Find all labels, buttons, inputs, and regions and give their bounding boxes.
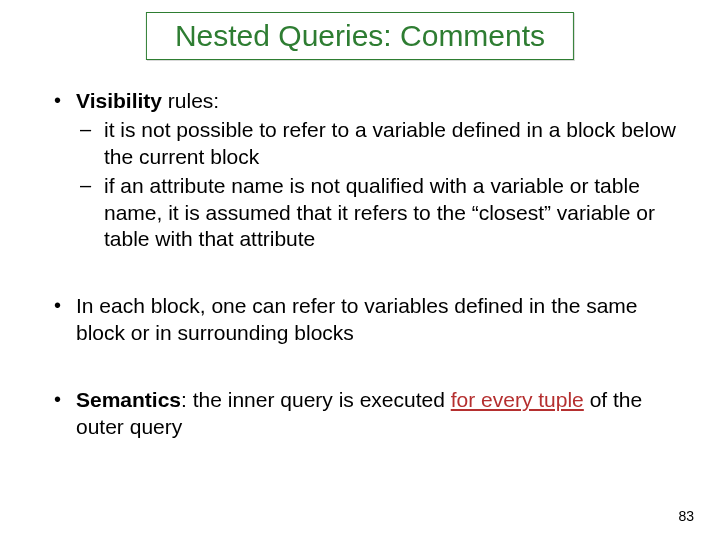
bullet-semantics: Semantics: the inner query is executed f… [48, 387, 680, 441]
bullet-visibility: Visibility rules: it is not possible to … [48, 88, 680, 253]
bullet-semantics-red: for every tuple [451, 388, 584, 411]
bullet-semantics-strong: Semantics [76, 388, 181, 411]
sub-bullet-1: it is not possible to refer to a variabl… [76, 117, 680, 171]
slide-title-box: Nested Queries: Comments [146, 12, 574, 60]
bullet-visibility-rest: rules: [162, 89, 219, 112]
bullet-semantics-mid1: : the inner query is executed [181, 388, 451, 411]
page-number: 83 [678, 508, 694, 524]
bullet-block-scope: In each block, one can refer to variable… [48, 293, 680, 347]
sub-bullet-2: if an attribute name is not qualified wi… [76, 173, 680, 254]
bullet-visibility-strong: Visibility [76, 89, 162, 112]
slide-body: Visibility rules: it is not possible to … [48, 88, 680, 481]
slide-title: Nested Queries: Comments [175, 19, 545, 53]
